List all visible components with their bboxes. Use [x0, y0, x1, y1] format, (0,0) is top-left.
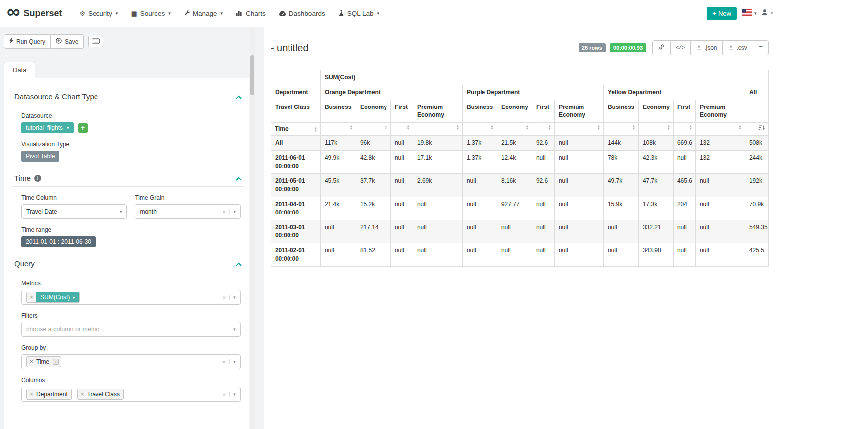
tab-data[interactable]: Data: [4, 62, 35, 78]
chevron-up-icon[interactable]: [236, 259, 242, 268]
chart-options-button[interactable]: ≡: [753, 40, 769, 55]
column-sort-header[interactable]: ▴▾: [673, 123, 695, 136]
new-button[interactable]: + New: [707, 7, 737, 20]
section-header-datasource[interactable]: Datasource & Chart Type: [12, 87, 244, 105]
sort-icon[interactable]: ▴▾: [690, 125, 692, 130]
clear-icon[interactable]: ×: [222, 358, 230, 366]
sort-icon[interactable]: ▴▾: [407, 125, 409, 130]
cell-value: 96k: [356, 135, 390, 150]
table-row: All117k96knull19.8k1.37k21.5k92.6null144…: [271, 135, 768, 150]
column-sort-header[interactable]: ▴▾: [603, 123, 638, 136]
cell-value: null: [497, 220, 532, 243]
nav-item-security[interactable]: ⚙ Security ▾: [73, 0, 124, 27]
nav-item-charts[interactable]: Charts: [229, 0, 272, 27]
sort-icon[interactable]: ▴▾: [491, 125, 493, 130]
group-by-select[interactable]: × Time i × ▾: [21, 354, 241, 369]
column-sort-header[interactable]: ▴▾: [554, 123, 603, 136]
nav-item-dashboards[interactable]: Dashboards: [272, 0, 332, 27]
remove-token-icon[interactable]: ×: [78, 391, 87, 398]
chevron-down-icon: ▾: [116, 11, 118, 16]
clear-icon[interactable]: ×: [222, 391, 230, 398]
column-sort-header[interactable]: ▴▾: [638, 123, 673, 136]
remove-token-icon[interactable]: ×: [27, 294, 36, 301]
columns-select[interactable]: × Department × Travel Class × ▾: [21, 387, 241, 402]
chevron-down-icon[interactable]: ▾: [233, 327, 236, 332]
chevron-down-icon[interactable]: ▾: [120, 209, 122, 214]
save-button[interactable]: Save: [51, 34, 84, 49]
sort-icon[interactable]: ▴▾: [457, 125, 459, 130]
bolt-icon: [9, 38, 13, 45]
save-label: Save: [65, 38, 78, 45]
chevron-down-icon[interactable]: ▾: [229, 295, 236, 300]
chevron-down-icon[interactable]: ▾: [229, 359, 236, 364]
column-sort-header[interactable]: ▴▾: [413, 123, 462, 136]
nav-label: Charts: [246, 10, 266, 17]
sort-icon[interactable]: ▴▾: [633, 125, 635, 130]
user-menu[interactable]: ▾: [761, 9, 773, 18]
chevron-down-icon[interactable]: ▾: [229, 392, 236, 397]
column-sort-header[interactable]: ▴▾: [320, 123, 356, 136]
time-column-select[interactable]: Travel Date ▾: [21, 204, 127, 219]
groupby-token-time[interactable]: × Time i: [26, 356, 61, 367]
clear-icon[interactable]: ×: [222, 208, 230, 215]
result-controls: 26 rows 00:00:00.93 </> .json: [579, 40, 769, 55]
column-sort-header[interactable]: ▴▾: [497, 123, 532, 136]
scrollbar-thumb[interactable]: [250, 55, 254, 95]
time-range-selector[interactable]: 2011-01-01 : 2011-06-30: [21, 236, 96, 247]
export-json-button[interactable]: .json: [690, 40, 723, 55]
sort-amount-icon[interactable]: [759, 125, 765, 133]
user-icon: [761, 9, 768, 18]
column-sort-header[interactable]: ▴▾: [356, 123, 390, 136]
download-icon: [696, 44, 702, 51]
travel-class-header: [745, 100, 768, 123]
keyboard-shortcuts-button[interactable]: [88, 36, 103, 47]
export-json-label: .json: [704, 44, 717, 51]
time-grain-select[interactable]: month × ▾: [135, 204, 240, 219]
sort-icon[interactable]: ▴▾: [350, 125, 352, 130]
run-query-button[interactable]: Run Query: [4, 34, 51, 49]
nav-item-sources[interactable]: ▦ Sources ▾: [124, 0, 177, 27]
columns-token-travel-class[interactable]: × Travel Class: [77, 389, 124, 400]
section-header-query[interactable]: Query: [12, 254, 244, 272]
export-csv-button[interactable]: .csv: [722, 40, 753, 55]
viz-type-selector[interactable]: Pivot Table: [21, 151, 59, 162]
nav-item-manage[interactable]: Manage ▾: [177, 0, 229, 27]
column-sort-header[interactable]: ▴▾: [695, 123, 745, 136]
columns-token-department[interactable]: × Department: [26, 389, 72, 400]
column-sort-header[interactable]: ▴▾: [390, 123, 413, 136]
view-query-button[interactable]: </>: [670, 40, 691, 55]
cell-value: 508k: [745, 135, 768, 150]
superset-logo[interactable]: ∞ Superset: [7, 6, 62, 21]
nav-item-sql-lab[interactable]: SQL Lab ▾: [332, 0, 386, 27]
cell-value: null: [462, 174, 497, 197]
metrics-select[interactable]: × SUM(Cost) ▸ × ▾: [21, 290, 241, 305]
section-header-time[interactable]: Time i: [12, 169, 244, 187]
chevron-up-icon[interactable]: [236, 174, 242, 182]
chevron-up-icon[interactable]: [236, 92, 242, 101]
add-datasource-button[interactable]: +: [78, 123, 88, 133]
clear-icon[interactable]: ×: [222, 294, 230, 301]
datasource-selector[interactable]: tutorial_flights ▾: [21, 122, 74, 133]
sort-icon[interactable]: ▴▾: [315, 127, 317, 132]
remove-token-icon[interactable]: ×: [27, 391, 36, 398]
column-sort-header[interactable]: ▴▾: [532, 123, 554, 136]
sort-icon[interactable]: ▴▾: [385, 125, 387, 130]
sort-icon[interactable]: ▴▾: [526, 125, 528, 130]
sort-amount-header[interactable]: [745, 123, 768, 136]
sort-icon[interactable]: ▴▾: [598, 125, 600, 130]
sort-icon[interactable]: ▴▾: [668, 125, 670, 130]
cell-value: 15.9k: [603, 197, 638, 220]
language-selector[interactable]: ▾: [742, 9, 757, 18]
panel-scrollbar[interactable]: [250, 27, 255, 429]
column-sort-header[interactable]: ▴▾: [462, 123, 497, 136]
filters-select[interactable]: choose a column or metric ▾: [21, 322, 241, 337]
chevron-down-icon[interactable]: ▾: [229, 209, 236, 214]
row-axis-sort-header[interactable]: Time▴▾: [271, 123, 320, 136]
sort-icon[interactable]: ▴▾: [739, 125, 741, 130]
share-link-button[interactable]: [652, 40, 671, 55]
cell-value: null: [390, 220, 413, 243]
sort-icon[interactable]: ▴▾: [549, 125, 551, 130]
remove-token-icon[interactable]: ×: [27, 358, 36, 365]
metric-token[interactable]: × SUM(Cost) ▸: [26, 292, 80, 303]
keyboard-icon: [92, 38, 100, 45]
